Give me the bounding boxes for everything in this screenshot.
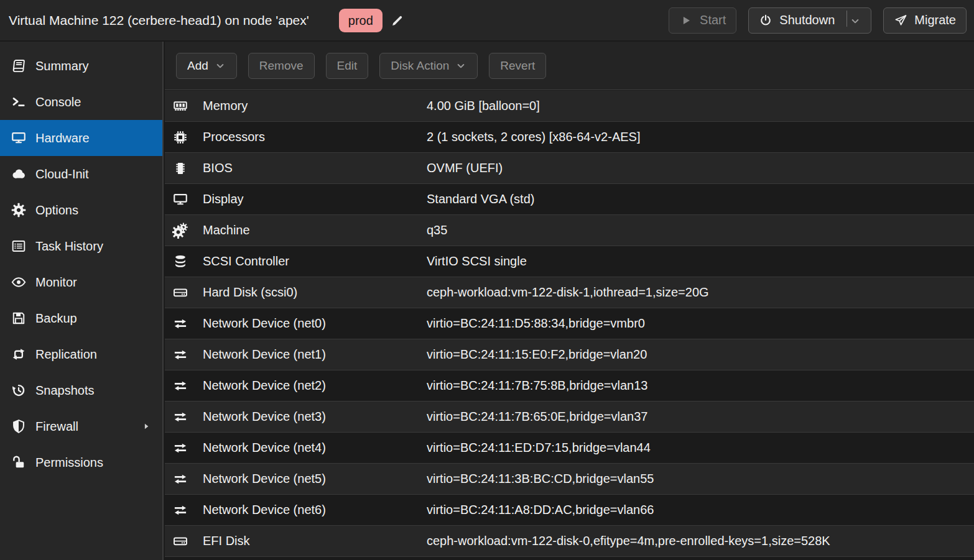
exchange-icon [165, 440, 203, 456]
machine-icon [165, 223, 203, 239]
device-label: Network Device (net1) [203, 347, 427, 362]
sidebar-item-snapshots[interactable]: Snapshots [0, 372, 162, 408]
display-icon [165, 191, 203, 208]
hardware-row[interactable]: Network Device (net5) virtio=BC:24:11:3B… [165, 464, 974, 495]
list-icon [9, 238, 29, 254]
hdd-icon [165, 533, 203, 549]
toolbar: Add Remove Edit Disk Action Revert [165, 42, 974, 90]
divider [846, 11, 847, 27]
device-label: Memory [203, 99, 427, 113]
hardware-row[interactable]: Network Device (net1) virtio=BC:24:11:15… [165, 339, 974, 370]
disk-action-button[interactable]: Disk Action [379, 53, 478, 79]
proxmox-vm-panel: Virtual Machine 122 (cerbere-head1) on n… [0, 0, 974, 560]
device-value: ceph-workload:vm-122-disk-1,iothread=1,s… [427, 285, 974, 300]
hardware-row[interactable]: Display Standard VGA (std) [165, 184, 974, 215]
hardware-row[interactable]: BIOS OVMF (UEFI) [165, 153, 974, 184]
play-icon [679, 14, 693, 27]
device-label: Network Device (net2) [203, 379, 427, 393]
device-label: Display [203, 192, 427, 206]
exchange-icon [165, 471, 203, 487]
exchange-icon [165, 316, 203, 332]
device-label: Network Device (net0) [203, 316, 427, 331]
device-value: virtio=BC:24:11:3B:BC:CD,bridge=vlan55 [427, 472, 974, 486]
device-value: virtio=BC:24:11:A8:DD:AC,bridge=vlan66 [427, 503, 974, 517]
device-value: 2 (1 sockets, 2 cores) [x86-64-v2-AES] [427, 130, 974, 144]
exchange-icon [165, 502, 203, 518]
device-label: Network Device (net6) [203, 503, 427, 517]
edit-button[interactable]: Edit [326, 53, 369, 79]
exchange-icon [165, 347, 203, 363]
book-icon [9, 58, 29, 74]
eye-icon [9, 274, 29, 290]
hardware-row[interactable]: Hard Disk (scsi0) ceph-workload:vm-122-d… [165, 277, 974, 308]
page-title: Virtual Machine 122 (cerbere-head1) on n… [9, 13, 309, 28]
hardware-row[interactable]: Network Device (net2) virtio=BC:24:11:7B… [165, 370, 974, 402]
database-icon [165, 254, 203, 270]
sidebar-item-task-history[interactable]: Task History [0, 228, 162, 264]
start-button[interactable]: Start [669, 7, 736, 34]
hardware-row[interactable]: Network Device (net3) virtio=BC:24:11:7B… [165, 402, 974, 433]
unlock-icon [9, 454, 29, 470]
device-label: Processors [203, 130, 427, 144]
sidebar-item-permissions[interactable]: Permissions [0, 444, 162, 480]
paper-plane-icon [894, 14, 907, 27]
sidebar-item-options[interactable]: Options [0, 192, 162, 228]
sidebar-item-backup[interactable]: Backup [0, 300, 162, 336]
caret-right-icon [141, 421, 151, 431]
pencil-icon[interactable] [391, 14, 404, 27]
migrate-button[interactable]: Migrate [883, 7, 967, 34]
chevron-down-icon [850, 16, 861, 27]
hardware-row[interactable]: Machine q35 [165, 215, 974, 246]
shield-icon [9, 418, 29, 434]
sidebar-item-console[interactable]: Console [0, 84, 162, 120]
device-label: EFI Disk [203, 534, 427, 548]
device-value: virtio=BC:24:11:7B:65:0E,bridge=vlan37 [427, 410, 974, 424]
hardware-row[interactable]: Network Device (net4) virtio=BC:24:11:ED… [165, 433, 974, 464]
chevron-down-icon [455, 60, 466, 71]
revert-button[interactable]: Revert [489, 53, 546, 79]
chevron-down-icon [215, 60, 226, 71]
device-label: Hard Disk (scsi0) [203, 285, 427, 300]
sidebar: Summary Console Hardware Cloud-Init Opti… [0, 42, 164, 560]
device-label: Network Device (net5) [203, 472, 427, 486]
device-label: Machine [203, 223, 427, 237]
sidebar-item-summary[interactable]: Summary [0, 48, 162, 84]
sidebar-item-monitor[interactable]: Monitor [0, 264, 162, 300]
retweet-icon [9, 346, 29, 362]
add-button[interactable]: Add [176, 53, 237, 79]
device-label: BIOS [203, 161, 427, 175]
terminal-icon [9, 94, 29, 110]
hdd-icon [165, 285, 203, 301]
device-value: Standard VGA (std) [427, 192, 974, 206]
exchange-icon [165, 409, 203, 425]
cpu-icon [165, 129, 203, 145]
device-label: Network Device (net3) [203, 410, 427, 424]
device-value: VirtIO SCSI single [427, 254, 974, 269]
device-value: 4.00 GiB [balloon=0] [427, 99, 974, 113]
hardware-row[interactable]: Network Device (net6) virtio=BC:24:11:A8… [165, 495, 974, 526]
device-value: ceph-workload:vm-122-disk-0,efitype=4m,p… [427, 534, 974, 548]
sidebar-item-hardware[interactable]: Hardware [0, 120, 162, 156]
hardware-row[interactable]: Processors 2 (1 sockets, 2 cores) [x86-6… [165, 122, 974, 153]
sidebar-item-replication[interactable]: Replication [0, 336, 162, 372]
device-value: virtio=BC:24:11:D5:88:34,bridge=vmbr0 [427, 316, 974, 331]
device-value: virtio=BC:24:11:7B:75:8B,bridge=vlan13 [427, 379, 974, 393]
hardware-table: Memory 4.00 GiB [balloon=0] Processors 2… [165, 91, 974, 560]
device-label: SCSI Controller [203, 254, 427, 269]
split-menu[interactable] [842, 11, 861, 30]
floppy-icon [9, 310, 29, 326]
bios-icon [165, 160, 203, 177]
device-value: virtio=BC:24:11:ED:D7:15,bridge=vlan44 [427, 441, 974, 455]
device-label: Network Device (net4) [203, 441, 427, 455]
hardware-row[interactable]: SCSI Controller VirtIO SCSI single [165, 246, 974, 277]
header-actions: Start Shutdown Migrate [669, 7, 967, 34]
hardware-row[interactable]: EFI Disk ceph-workload:vm-122-disk-0,efi… [165, 526, 974, 557]
hardware-row[interactable]: Memory 4.00 GiB [balloon=0] [165, 91, 974, 122]
sidebar-item-cloud-init[interactable]: Cloud-Init [0, 156, 162, 192]
sidebar-item-firewall[interactable]: Firewall [0, 408, 162, 444]
hardware-row[interactable]: Network Device (net0) virtio=BC:24:11:D5… [165, 308, 974, 339]
header-bar: Virtual Machine 122 (cerbere-head1) on n… [0, 0, 974, 41]
remove-button[interactable]: Remove [248, 53, 315, 79]
history-icon [9, 382, 29, 398]
shutdown-button[interactable]: Shutdown [748, 7, 871, 34]
